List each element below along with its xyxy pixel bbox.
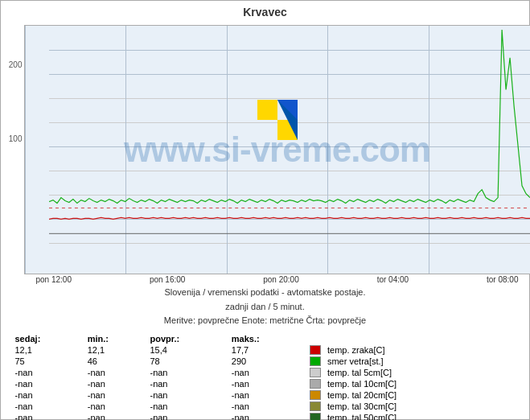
col-header-maks: maks.: bbox=[228, 333, 306, 344]
main-container: Krvavec www.si-vreme.com 200 100 bbox=[0, 0, 530, 420]
cell-min: 46 bbox=[84, 356, 147, 367]
cell-povpr: -nan bbox=[146, 367, 228, 378]
x-label-2: pon 20:00 bbox=[263, 275, 299, 284]
table-row: 12,112,115,417,7temp. zraka[C] bbox=[12, 344, 519, 356]
legend-cell: temp. tal 10cm[C] bbox=[306, 378, 519, 389]
cell-maks: -nan bbox=[228, 378, 306, 389]
legend-label: temp. zraka[C] bbox=[327, 345, 385, 355]
col-header-legend bbox=[306, 333, 519, 344]
subtitle-line3: Meritve: povprečne Enote: metrične Črta:… bbox=[164, 314, 366, 328]
legend-cell: temp. zraka[C] bbox=[306, 344, 519, 356]
cell-min: 12,1 bbox=[84, 344, 147, 356]
cell-maks: 290 bbox=[228, 356, 306, 367]
cell-min: -nan bbox=[84, 401, 147, 412]
subtitle-line2: zadnji dan / 5 minut. bbox=[164, 300, 366, 315]
x-axis-labels: pon 12:00 pon 16:00 pon 20:00 tor 04:00 … bbox=[36, 275, 519, 284]
data-table: sedaj: min.: povpr.: maks.: 12,112,115,4… bbox=[12, 333, 519, 420]
legend-label: smer vetra[st.] bbox=[327, 356, 384, 366]
legend-label: temp. tal 10cm[C] bbox=[327, 379, 396, 389]
table-row: -nan-nan-nan-nantemp. tal 30cm[C] bbox=[12, 401, 519, 412]
legend-color-box bbox=[310, 413, 321, 420]
cell-povpr: -nan bbox=[146, 389, 228, 401]
legend-label: temp. tal 30cm[C] bbox=[327, 401, 396, 411]
cell-min: -nan bbox=[84, 412, 147, 420]
cell-maks: -nan bbox=[228, 401, 306, 412]
cell-sedaj: -nan bbox=[12, 378, 84, 389]
cell-sedaj: -nan bbox=[12, 401, 84, 412]
cell-sedaj: -nan bbox=[12, 367, 84, 378]
cell-povpr: -nan bbox=[146, 412, 228, 420]
legend-cell: temp. tal 20cm[C] bbox=[306, 389, 519, 401]
cell-maks: -nan bbox=[228, 367, 306, 378]
x-label-4: tor 08:00 bbox=[487, 275, 518, 284]
col-header-povpr: povpr.: bbox=[146, 333, 228, 344]
cell-sedaj: -nan bbox=[12, 412, 84, 420]
legend-cell: temp. tal 50cm[C] bbox=[306, 412, 519, 420]
legend-color-box bbox=[310, 368, 321, 377]
chart-area: www.si-vreme.com bbox=[24, 25, 531, 274]
subtitle-line1: Slovenija / vremenski podatki - avtomats… bbox=[164, 286, 366, 300]
cell-min: -nan bbox=[84, 378, 147, 389]
table-row: 754678290smer vetra[st.] bbox=[12, 356, 519, 367]
x-label-3: tor 04:00 bbox=[377, 275, 409, 284]
legend-color-box bbox=[310, 356, 321, 366]
grid-line-v bbox=[25, 26, 26, 274]
legend-color-box bbox=[310, 401, 321, 411]
legend-color-box bbox=[310, 390, 321, 400]
x-label-1: pon 16:00 bbox=[150, 275, 186, 284]
cell-maks: 17,7 bbox=[228, 344, 306, 356]
legend-cell: temp. tal 5cm[C] bbox=[306, 367, 519, 378]
chart-svg bbox=[49, 26, 530, 274]
col-header-min: min.: bbox=[84, 333, 147, 344]
y-label-100: 100 bbox=[9, 134, 23, 143]
cell-povpr: 15,4 bbox=[146, 344, 228, 356]
cell-min: -nan bbox=[84, 367, 147, 378]
subtitle: Slovenija / vremenski podatki - avtomats… bbox=[164, 286, 366, 328]
cell-sedaj: 12,1 bbox=[12, 344, 84, 356]
cell-povpr: -nan bbox=[146, 401, 228, 412]
cell-maks: -nan bbox=[228, 389, 306, 401]
table-row: -nan-nan-nan-nantemp. tal 20cm[C] bbox=[12, 389, 519, 401]
cell-maks: -nan bbox=[228, 412, 306, 420]
cell-povpr: 78 bbox=[146, 356, 228, 367]
legend-label: temp. tal 5cm[C] bbox=[327, 368, 392, 377]
cell-min: -nan bbox=[84, 389, 147, 401]
legend-label: temp. tal 50cm[C] bbox=[327, 413, 396, 420]
legend-label: temp. tal 20cm[C] bbox=[327, 390, 396, 400]
cell-sedaj: -nan bbox=[12, 389, 84, 401]
cell-sedaj: 75 bbox=[12, 356, 84, 367]
col-header-sedaj: sedaj: bbox=[12, 333, 84, 344]
table-row: -nan-nan-nan-nantemp. tal 10cm[C] bbox=[12, 378, 519, 389]
y-label-200: 200 bbox=[9, 60, 23, 69]
legend-color-box bbox=[310, 345, 321, 355]
legend-color-box bbox=[310, 379, 321, 389]
table-row: -nan-nan-nan-nantemp. tal 5cm[C] bbox=[12, 367, 519, 378]
legend-cell: smer vetra[st.] bbox=[306, 356, 519, 367]
legend-cell: temp. tal 30cm[C] bbox=[306, 401, 519, 412]
cell-povpr: -nan bbox=[146, 378, 228, 389]
x-label-0: pon 12:00 bbox=[36, 275, 72, 284]
table-row: -nan-nan-nan-nantemp. tal 50cm[C] bbox=[12, 412, 519, 420]
chart-title: Krvavec bbox=[243, 6, 287, 19]
